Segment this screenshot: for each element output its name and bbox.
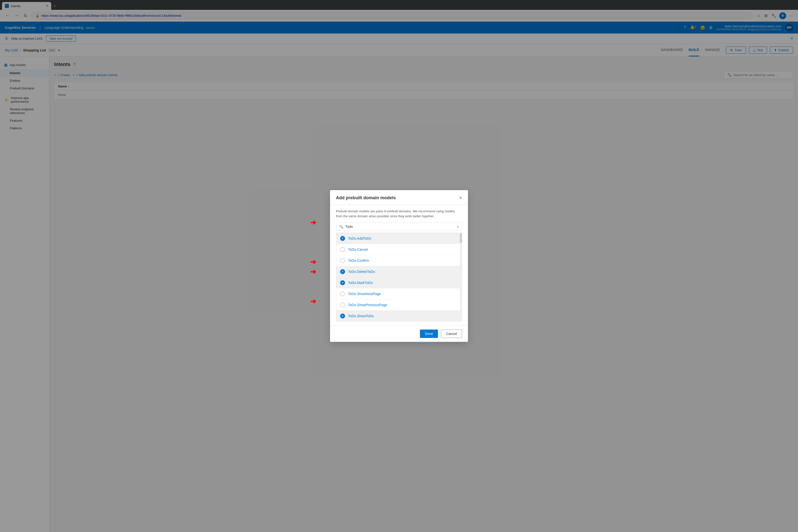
dialog-list-item[interactable]: ✓ToDo.ShowToDo: [336, 310, 462, 321]
check-icon: ✓: [341, 281, 344, 284]
item-label-todo-showprev: ToDo.ShowPreviousPage: [348, 303, 387, 307]
dialog-search-input[interactable]: [345, 225, 455, 229]
item-label-todo-shownext: ToDo.ShowNextPage: [348, 292, 381, 296]
checkbox-todo-showprev[interactable]: [340, 302, 345, 307]
dialog-list: ✓ToDo.AddToDoToDo.CancelToDo.Confirm✓ToD…: [336, 233, 462, 321]
dialog-header: Add prebuilt domain models ×: [330, 190, 468, 205]
dialog-list-item[interactable]: ToDo.ShowNextPage: [336, 288, 462, 300]
modal-overlay[interactable]: Add prebuilt domain models × Prebuilt do…: [0, 0, 798, 532]
arrow-2: ➔: [310, 258, 316, 266]
item-label-todo-mark: ToDo.MarkToDo: [348, 281, 373, 285]
dialog-close-button[interactable]: ×: [459, 195, 462, 201]
scrollbar-track[interactable]: [460, 233, 462, 321]
item-label-todo-confirm: ToDo.Confirm: [348, 259, 369, 263]
arrow-1: ➔: [310, 218, 316, 227]
check-icon: ✓: [341, 270, 344, 273]
dialog-title: Add prebuilt domain models: [336, 195, 396, 201]
cancel-button[interactable]: Cancel: [441, 329, 462, 338]
checkbox-todo-show[interactable]: ✓: [340, 314, 345, 319]
dialog-footer: Done Cancel: [330, 325, 468, 342]
item-label-todo-show: ToDo.ShowToDo: [348, 314, 374, 318]
dialog-body: Prebuilt domain models are parts of preb…: [330, 205, 468, 325]
check-icon: ✓: [341, 237, 344, 240]
dialog-search-clear-button[interactable]: ×: [457, 225, 459, 229]
dialog-list-item[interactable]: ✓ToDo.MarkToDo: [336, 277, 462, 288]
checkbox-todo-mark[interactable]: ✓: [340, 280, 345, 285]
arrow-4: ➔: [310, 297, 316, 305]
checkbox-todo-add[interactable]: ✓: [340, 236, 345, 241]
done-button[interactable]: Done: [420, 329, 438, 338]
dialog-list-item[interactable]: ✓ToDo.AddToDo: [336, 233, 462, 244]
dialog-search-icon: 🔍: [339, 225, 343, 229]
item-label-todo-delete: ToDo.DeleteToDo: [348, 270, 375, 274]
checkbox-todo-confirm[interactable]: [340, 258, 345, 263]
checkbox-todo-shownext[interactable]: [340, 291, 345, 296]
checkbox-todo-cancel[interactable]: [340, 247, 345, 252]
checkbox-todo-delete[interactable]: ✓: [340, 269, 345, 274]
dialog-list-item[interactable]: ✓ToDo.DeleteToDo: [336, 266, 462, 277]
dialog: Add prebuilt domain models × Prebuilt do…: [330, 190, 468, 342]
scrollbar-thumb[interactable]: [460, 233, 462, 243]
dialog-search: 🔍 ×: [336, 223, 462, 231]
dialog-list-item[interactable]: ToDo.Confirm: [336, 255, 462, 266]
dialog-description: Prebuilt domain models are parts of preb…: [336, 209, 462, 218]
item-label-todo-add: ToDo.AddToDo: [348, 236, 371, 241]
dialog-list-item[interactable]: ToDo.Cancel: [336, 244, 462, 255]
check-icon: ✓: [341, 314, 344, 318]
item-label-todo-cancel: ToDo.Cancel: [348, 248, 368, 251]
arrow-3: ➔: [310, 268, 316, 276]
dialog-list-item[interactable]: ToDo.ShowPreviousPage: [336, 300, 462, 310]
